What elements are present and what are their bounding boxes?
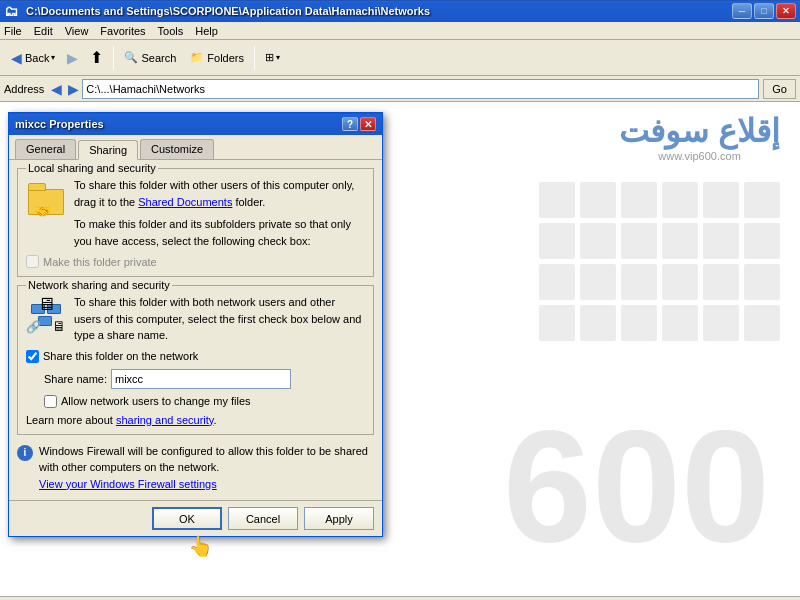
address-left-arrow[interactable]: ◀ (51, 81, 62, 97)
network-sharing-content: ↕ 🖥 🔗 🖥 To share this folder with both n… (26, 294, 365, 344)
shared-docs-link[interactable]: Shared Documents (138, 196, 232, 208)
info-text-wrapper: Windows Firewall will be configured to a… (39, 443, 374, 493)
toolbar: ◀ Back ▾ ▶ ⬆ 🔍 Search 📁 Folders ⊞ ▾ (0, 40, 800, 76)
ok-button[interactable]: OK (152, 507, 222, 530)
properties-dialog: mixcc Properties ? ✕ General Sharing Cus… (8, 112, 383, 537)
network-sharing-text: To share this folder with both network u… (74, 294, 365, 344)
close-button[interactable]: ✕ (776, 3, 796, 19)
network-sharing-label: Network sharing and security (26, 279, 172, 291)
share-name-input[interactable] (111, 369, 291, 389)
allow-changes-label: Allow network users to change my files (61, 395, 251, 407)
views-button[interactable]: ⊞ ▾ (258, 44, 287, 72)
menu-file[interactable]: File (4, 25, 22, 37)
dialog-help-button[interactable]: ? (342, 117, 358, 131)
network-sharing-section: Network sharing and security ↕ 🖥 (17, 285, 374, 435)
toolbar-separator-1 (113, 46, 114, 70)
menu-edit[interactable]: Edit (34, 25, 53, 37)
dialog-title-buttons: ? ✕ (342, 117, 376, 131)
firewall-settings-link[interactable]: View your Windows Firewall settings (39, 478, 217, 490)
window-title: C:\Documents and Settings\SCORPIONE\Appl… (26, 5, 730, 17)
local-sharing-text: To share this folder with other users of… (74, 177, 365, 249)
dialog-overlay: mixcc Properties ? ✕ General Sharing Cus… (0, 102, 800, 596)
make-private-label: Make this folder private (43, 256, 157, 268)
network-icon: ↕ 🖥 🔗 🖥 (26, 294, 66, 334)
info-icon: i (17, 445, 33, 461)
menu-help[interactable]: Help (195, 25, 218, 37)
local-sharing-section: Local sharing and security 🤝 To (17, 168, 374, 277)
local-sharing-content: 🤝 To share this folder with other users … (26, 177, 365, 249)
folders-button[interactable]: 📁 Folders (183, 44, 251, 72)
maximize-button[interactable]: □ (754, 3, 774, 19)
address-input[interactable] (82, 79, 759, 99)
share-name-row: Share name: (44, 369, 365, 389)
menu-favorites[interactable]: Favorites (100, 25, 145, 37)
tab-content-sharing: Local sharing and security 🤝 To (9, 159, 382, 500)
share-network-label: Share this folder on the network (43, 350, 198, 362)
menu-tools[interactable]: Tools (158, 25, 184, 37)
local-sharing-text-1: To share this folder with other users of… (74, 177, 365, 210)
address-right-arrow[interactable]: ▶ (68, 81, 79, 97)
up-button[interactable]: ⬆ (83, 44, 110, 72)
make-private-checkbox[interactable] (26, 255, 39, 268)
dialog-close-button[interactable]: ✕ (360, 117, 376, 131)
local-sharing-text-2: To make this folder and its subfolders p… (74, 216, 365, 249)
tab-general[interactable]: General (15, 139, 76, 159)
tab-row: General Sharing Customize (9, 135, 382, 159)
learn-more-row: Learn more about sharing and security. (26, 414, 365, 426)
allow-changes-row: Allow network users to change my files (44, 395, 365, 408)
dialog-buttons: OK Cancel Apply (9, 500, 382, 536)
info-text: Windows Firewall will be configured to a… (39, 445, 368, 474)
share-network-checkbox[interactable] (26, 350, 39, 363)
make-private-row: Make this folder private (26, 255, 365, 268)
cursor-indicator: 👆 (188, 534, 213, 558)
minimize-button[interactable]: ─ (732, 3, 752, 19)
back-button[interactable]: ◀ Back ▾ (4, 44, 62, 72)
menu-view[interactable]: View (65, 25, 89, 37)
search-button[interactable]: 🔍 Search (117, 44, 183, 72)
status-bar: + Favorites + Local Settings (0, 596, 800, 600)
folder-shared-icon: 🤝 (26, 177, 66, 215)
tab-customize[interactable]: Customize (140, 139, 214, 159)
allow-changes-checkbox[interactable] (44, 395, 57, 408)
forward-button[interactable]: ▶ (62, 44, 83, 72)
dialog-title-bar: mixcc Properties ? ✕ (9, 113, 382, 135)
dialog-title-text: mixcc Properties (15, 118, 342, 130)
address-bar: Address ◀ ▶ Go (0, 76, 800, 102)
title-bar: 🗂 C:\Documents and Settings\SCORPIONE\Ap… (0, 0, 800, 22)
share-network-row: Share this folder on the network (26, 350, 365, 363)
toolbar-separator-2 (254, 46, 255, 70)
go-button[interactable]: Go (763, 79, 796, 99)
main-area: إقلاع سوفت www.vip600.com v 600 mixcc Pr… (0, 102, 800, 596)
local-sharing-label: Local sharing and security (26, 162, 158, 174)
sharing-security-link[interactable]: sharing and security (116, 414, 214, 426)
info-box: i Windows Firewall will be configured to… (17, 443, 374, 493)
address-label: Address (4, 83, 44, 95)
cancel-button[interactable]: Cancel (228, 507, 298, 530)
apply-button[interactable]: Apply (304, 507, 374, 530)
share-name-label: Share name: (44, 373, 107, 385)
tab-sharing[interactable]: Sharing (78, 140, 138, 160)
